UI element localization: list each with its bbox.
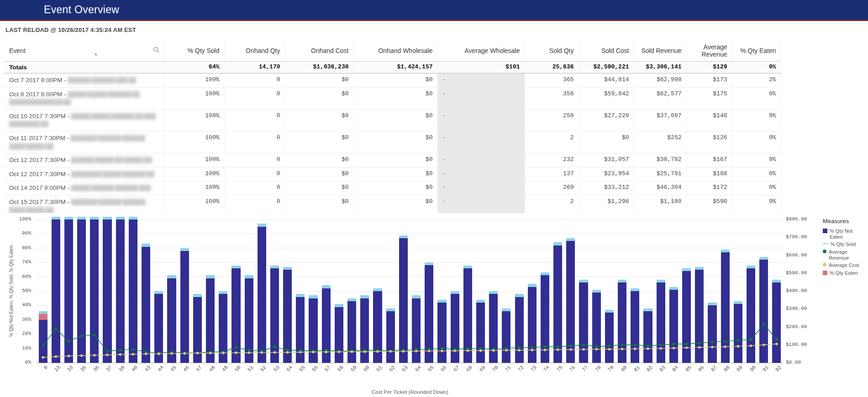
cell-onhand-wholesale[interactable]: $0 [353, 167, 437, 181]
cell-onhand-qty[interactable]: 0 [224, 73, 285, 88]
cell-onhand-wholesale[interactable]: $0 [353, 181, 437, 195]
cell-qty-eaten[interactable]: 9% [732, 109, 781, 131]
cell-sold-cost[interactable]: $23,954 [579, 167, 634, 181]
x-axis-tick-label[interactable]: 33 [66, 365, 74, 373]
x-axis-tick-label[interactable]: 80 [620, 365, 628, 373]
x-axis-tick-label[interactable]: 50 [234, 365, 242, 373]
column-header-average-wholesale[interactable]: Average Wholesale [437, 40, 525, 61]
x-axis-tick-label[interactable]: 53 [272, 365, 280, 373]
cell-average-wholesale[interactable]: - [437, 73, 525, 88]
cell-onhand-cost[interactable]: $0 [285, 109, 353, 131]
cell-average-revenue[interactable]: $126 [686, 131, 732, 153]
x-axis-tick-label[interactable]: 57 [324, 365, 332, 373]
x-axis-tick-label[interactable]: 74 [542, 365, 551, 373]
x-axis-tick-label[interactable]: 46 [182, 365, 190, 373]
x-axis-tick-label[interactable]: 92 [774, 365, 783, 373]
x-axis-tick-label[interactable]: 52 [259, 365, 268, 373]
cell-sold-qty[interactable]: 137 [525, 167, 579, 181]
cell-qty-sold[interactable]: 100% [163, 73, 224, 88]
cell-qty-sold[interactable]: 100% [163, 181, 224, 195]
x-axis-tick-label[interactable]: 73 [530, 365, 538, 373]
cell-qty-sold[interactable]: 100% [163, 109, 224, 131]
search-icon[interactable] [153, 47, 160, 55]
cell-average-revenue[interactable]: $148 [686, 109, 732, 131]
column-header-event[interactable]: Event▲ [5, 40, 163, 61]
x-axis-tick-label[interactable]: 48 [208, 365, 216, 373]
x-axis-tick-label[interactable]: 69 [479, 365, 487, 373]
x-axis-tick-label[interactable]: 43 [144, 365, 152, 373]
x-axis-tick-label[interactable]: 60 [363, 365, 371, 373]
legend-item-average-revenue[interactable]: Average Revenue [823, 249, 867, 261]
x-axis-tick-label[interactable]: 45 [169, 365, 178, 373]
cell-qty-sold[interactable]: 100% [163, 131, 224, 153]
x-axis-tick-label[interactable]: 66 [440, 365, 448, 373]
x-axis-tick-label[interactable]: 47 [195, 365, 203, 373]
x-axis-tick-label[interactable]: 35 [79, 365, 88, 373]
cell-average-wholesale[interactable]: - [437, 167, 525, 181]
cell-onhand-qty[interactable]: 0 [224, 153, 285, 167]
cell-sold-revenue[interactable]: $252 [634, 131, 686, 153]
column-header-qty-sold[interactable]: % Qty Sold [163, 40, 224, 61]
cell-sold-qty[interactable]: 365 [525, 73, 579, 88]
x-axis-tick-label[interactable]: 85 [684, 365, 693, 373]
legend-item-qty-sold[interactable]: % Qty Sold [823, 241, 867, 247]
cell-sold-cost[interactable]: $59,842 [579, 87, 634, 109]
cell-qty-eaten[interactable]: 0% [732, 167, 781, 181]
cell-average-revenue[interactable]: $167 [686, 153, 732, 167]
x-axis-tick-label[interactable]: 59 [350, 365, 358, 373]
column-header-average-revenue[interactable]: Average Revenue [686, 40, 732, 61]
cell-sold-qty[interactable]: 269 [525, 181, 579, 195]
x-axis-tick-label[interactable]: 71 [504, 365, 512, 373]
cell-sold-qty[interactable]: 232 [525, 153, 579, 167]
x-axis-tick-label[interactable]: 64 [414, 365, 422, 373]
x-axis-tick-label[interactable]: 78 [594, 365, 602, 373]
cell-onhand-cost[interactable]: $0 [285, 167, 353, 181]
x-axis-tick-label[interactable]: 0 [43, 365, 49, 371]
event-cell[interactable]: Oct 12 2017 7:30PM - ██████ █████ ██ ███… [5, 153, 163, 167]
x-axis-tick-label[interactable]: 56 [311, 365, 319, 373]
x-axis-tick-label[interactable]: 68 [465, 365, 473, 373]
event-cell[interactable]: Oct 8 2017 8:00PM - █████ █████ ██████ █… [5, 87, 163, 109]
cell-onhand-cost[interactable]: $0 [285, 181, 353, 195]
x-axis-tick-label[interactable]: 40 [131, 365, 139, 373]
x-axis-tick-label[interactable]: 90 [749, 365, 757, 373]
x-axis-tick-label[interactable]: 88 [723, 365, 731, 373]
column-header-onhand-cost[interactable]: Onhand Cost [285, 40, 353, 61]
x-axis-tick-label[interactable]: 55 [298, 365, 306, 373]
x-axis-tick-label[interactable]: 23 [53, 365, 62, 373]
cell-average-wholesale[interactable]: - [437, 153, 525, 167]
cell-average-revenue[interactable]: $175 [686, 87, 732, 109]
cell-qty-eaten[interactable]: 0% [732, 131, 781, 153]
cell-average-revenue[interactable]: $188 [686, 167, 732, 181]
x-axis-tick-label[interactable]: 72 [517, 365, 525, 373]
x-axis-tick-label[interactable]: 75 [556, 365, 564, 373]
x-axis-tick-label[interactable]: 36 [92, 365, 100, 373]
cell-onhand-cost[interactable]: $0 [285, 153, 353, 167]
legend-item-qty-not-eaten[interactable]: % Qty Not Eaten [823, 228, 867, 240]
x-axis-tick-label[interactable]: 83 [658, 365, 667, 373]
cell-sold-cost[interactable]: $31,057 [579, 153, 634, 167]
cell-onhand-wholesale[interactable]: $0 [353, 109, 437, 131]
x-axis-tick-label[interactable]: 79 [607, 365, 615, 373]
cell-onhand-qty[interactable]: 0 [224, 109, 285, 131]
event-cell[interactable]: Oct 12 2017 7:30PM - ████████ █████ ████… [5, 167, 163, 181]
legend-item-qty-eaten[interactable]: % Qty Eaten [823, 270, 867, 276]
cell-onhand-qty[interactable]: 0 [224, 131, 285, 153]
cell-onhand-wholesale[interactable]: $0 [353, 87, 437, 109]
cell-qty-sold[interactable]: 100% [163, 167, 224, 181]
x-axis-tick-label[interactable]: 86 [697, 365, 705, 373]
x-axis-tick-label[interactable]: 81 [633, 365, 641, 373]
x-axis-tick-label[interactable]: 37 [105, 365, 113, 373]
cell-onhand-cost[interactable]: $0 [285, 131, 353, 153]
x-axis-tick-label[interactable]: 89 [736, 365, 744, 373]
cell-sold-qty[interactable]: 2 [525, 131, 579, 153]
cell-qty-eaten[interactable]: 0% [732, 87, 781, 109]
x-axis-tick-label[interactable]: 62 [388, 365, 396, 373]
event-cell[interactable]: Oct 14 2017 8:00PM - █████ ██████ ██████… [5, 181, 163, 195]
x-axis-tick-label[interactable]: 91 [762, 365, 770, 373]
x-axis-tick-label[interactable]: 67 [452, 365, 461, 373]
cell-qty-eaten[interactable]: 0% [732, 181, 781, 195]
x-axis-tick-label[interactable]: 76 [568, 365, 577, 373]
legend-item-average-cost[interactable]: Average Cost [823, 262, 867, 268]
cell-onhand-qty[interactable]: 0 [224, 87, 285, 109]
